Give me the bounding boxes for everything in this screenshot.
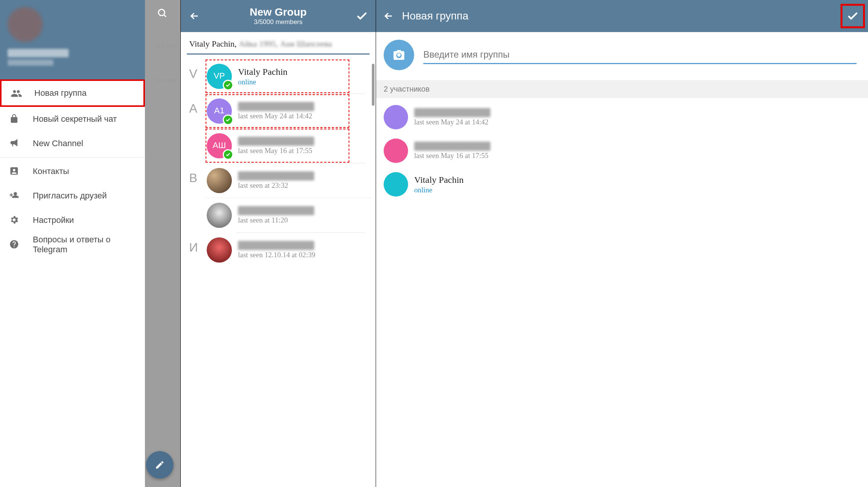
megaphone-icon (9, 138, 20, 149)
profile-name-block (8, 49, 137, 66)
check-icon (355, 10, 368, 23)
selected-name-text: Vitaly Pachin, (189, 39, 239, 48)
contact-row[interactable]: А1 last seen May 24 at 14:42 (205, 94, 350, 128)
help-icon (9, 239, 20, 250)
back-button[interactable] (186, 8, 203, 24)
group-icon (11, 88, 21, 98)
avatar (384, 105, 408, 129)
menu-new-secret-chat[interactable]: Новый секретный чат (0, 107, 145, 131)
menu-label: New Channel (33, 139, 83, 148)
header-subtitle: 3/5000 members (203, 18, 354, 26)
contact-list[interactable]: V VP Vitaly Pachin online A (181, 55, 376, 267)
contact-info: last seen at 23:32 (238, 171, 314, 190)
section-letter: V (185, 59, 205, 94)
panel1-underlay-dim: 05 окт. 5 сент. (145, 0, 180, 487)
contact-row[interactable]: last seen at 11:20 (205, 198, 373, 232)
confirm-button[interactable] (843, 6, 862, 26)
check-small-icon (225, 152, 231, 157)
group-name-input[interactable] (423, 46, 857, 64)
menu-new-channel[interactable]: New Channel (0, 131, 145, 156)
contact-name: Vitaly Pachin (238, 67, 288, 77)
panel2-header: New Group 3/5000 members (181, 0, 376, 32)
contact-info: last seen May 16 at 17:55 (238, 137, 314, 155)
group-input-row (376, 32, 868, 80)
scrollbar[interactable] (372, 64, 375, 106)
check-icon (846, 10, 859, 23)
contact-row[interactable]: АШ last seen May 16 at 17:55 (205, 128, 350, 163)
menu-new-group[interactable]: Новая группа (0, 79, 145, 107)
member-name-blurred (414, 142, 490, 151)
menu-faq[interactable]: Вопросы и ответы о Telegram (0, 232, 145, 257)
avatar: А1 (207, 98, 232, 124)
person-icon (9, 166, 20, 177)
contact-row[interactable]: last seen at 23:32 (205, 163, 373, 198)
lock-icon (9, 114, 20, 124)
menu-label: Новая группа (34, 88, 87, 98)
avatar-initials: А1 (214, 106, 225, 116)
member-name-blurred (414, 108, 490, 117)
arrow-left-icon (189, 10, 200, 22)
member-row[interactable]: last seen May 16 at 17:55 (376, 134, 868, 168)
avatar: АШ (207, 133, 232, 158)
avatar (207, 237, 232, 263)
contact-row[interactable]: last seen 12.10.14 at 02:39 (205, 233, 373, 267)
check-small-icon (225, 117, 231, 123)
profile-avatar[interactable] (8, 7, 43, 42)
contact-name-blurred (238, 102, 314, 111)
menu-label: Настройки (33, 215, 74, 225)
avatar (207, 203, 232, 228)
contact-section: V VP Vitaly Pachin online (185, 59, 373, 94)
contact-section: В last seen at 23:32 last seen at 11:20 (185, 163, 373, 233)
select-members-panel: New Group 3/5000 members Vitaly Pachin, … (181, 0, 376, 487)
contact-status: last seen at 11:20 (238, 216, 314, 224)
member-status: last seen May 16 at 17:55 (414, 152, 490, 160)
contact-name-blurred (238, 171, 314, 181)
contact-status: last seen 12.10.14 at 02:39 (238, 251, 315, 259)
contact-status: last seen at 23:32 (238, 181, 314, 190)
contact-name-blurred (238, 206, 314, 215)
selected-names-field[interactable]: Vitaly Pachin, Айка 1995, Аня Шапсеева (181, 32, 376, 53)
member-row[interactable]: last seen May 24 at 14:42 (376, 100, 868, 134)
contact-info: last seen May 24 at 14:42 (238, 102, 314, 120)
menu-label: Новый секретный чат (33, 114, 117, 124)
drawer-panel: 05 окт. 5 сент. Новая группа (0, 0, 181, 487)
search-button[interactable] (145, 0, 180, 27)
selected-badge (223, 114, 233, 125)
section-letter: И (185, 233, 205, 267)
member-row[interactable]: Vitaly Pachin online (376, 168, 868, 201)
compose-fab[interactable] (146, 451, 174, 479)
chat-date-snippet: 5 сент. (156, 76, 178, 85)
contact-section: И last seen 12.10.14 at 02:39 (185, 233, 373, 267)
member-info: last seen May 24 at 14:42 (414, 108, 490, 126)
group-photo-button[interactable] (384, 40, 414, 70)
contact-info: Vitaly Pachin online (238, 67, 288, 86)
avatar: VP (207, 64, 232, 89)
menu-invite-friends[interactable]: Пригласить друзей (0, 184, 145, 208)
menu-contacts[interactable]: Контакты (0, 159, 145, 184)
header-title: Новая группа (398, 10, 841, 22)
members-list: last seen May 24 at 14:42 last seen May … (376, 98, 868, 203)
selected-badge (223, 149, 233, 160)
menu-label: Контакты (33, 166, 69, 176)
section-letter: В (185, 163, 205, 233)
member-status: online (414, 186, 464, 194)
member-status: last seen May 24 at 14:42 (414, 118, 490, 126)
contact-info: last seen 12.10.14 at 02:39 (238, 241, 315, 259)
contact-status: last seen May 16 at 17:55 (238, 147, 314, 155)
section-letter: A (185, 94, 205, 163)
person-add-icon (9, 190, 20, 201)
avatar-initials: АШ (213, 140, 226, 150)
contact-row[interactable]: VP Vitaly Pachin online (205, 59, 350, 94)
gear-icon (9, 215, 20, 226)
arrow-left-icon (383, 10, 394, 22)
svg-point-0 (159, 10, 165, 16)
back-button[interactable] (379, 6, 398, 26)
menu-label: Пригласить друзей (33, 191, 107, 201)
chat-date-snippet: 05 окт. (156, 41, 178, 50)
menu-label: Вопросы и ответы о Telegram (33, 235, 137, 255)
avatar (384, 139, 408, 163)
confirm-button[interactable] (354, 8, 370, 24)
drawer-menu: Новая группа Новый секретный чат New Cha… (0, 79, 145, 257)
menu-settings[interactable]: Настройки (0, 208, 145, 232)
panel3-header: Новая группа (376, 0, 868, 32)
